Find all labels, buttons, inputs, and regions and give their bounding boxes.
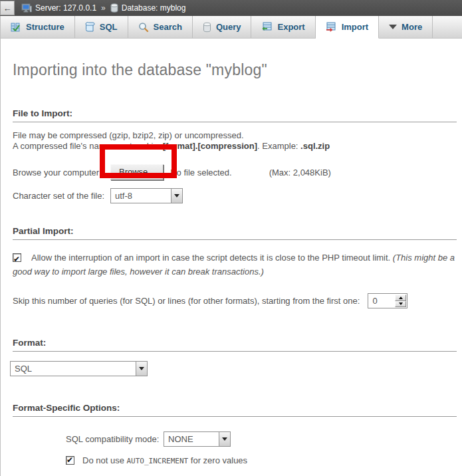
chevron-down-icon <box>222 437 227 441</box>
allow-interruption-checkbox[interactable] <box>13 253 21 262</box>
compression-note: File may be compressed (gzip, bzip2, zip… <box>13 130 458 152</box>
breadcrumb-database-link[interactable]: Database: myblog <box>122 3 186 13</box>
nav-panel-toggle-button[interactable]: ← <box>0 1 15 15</box>
sql-icon <box>85 22 95 33</box>
tab-label: Query <box>216 22 241 32</box>
chevron-down-icon <box>139 367 144 370</box>
tab-more[interactable]: More <box>379 16 433 38</box>
breadcrumb-separator: » <box>101 3 106 13</box>
tab-structure[interactable]: Structure <box>1 16 75 38</box>
tab-sql[interactable]: SQL <box>75 16 128 38</box>
charset-selected-value: utf-8 <box>111 189 171 203</box>
tab-label: Export <box>277 22 304 32</box>
search-icon <box>138 22 149 33</box>
dropdown-arrow-button[interactable] <box>136 362 147 376</box>
partial-import-heading: Partial Import: <box>13 226 457 240</box>
allow-interruption-row: Allow the interruption of an import in c… <box>13 251 457 279</box>
charset-select[interactable]: utf-8 <box>110 188 183 203</box>
skip-queries-value: 0 <box>368 294 386 308</box>
format-specific-options-body: SQL compatibility mode: NONE Do not use … <box>66 431 458 465</box>
export-icon <box>261 22 273 33</box>
database-icon <box>110 3 118 13</box>
chevron-down-icon <box>389 25 397 29</box>
breadcrumb: Server: 127.0.0.1 » Database: myblog <box>21 3 185 13</box>
main-panel: Structure SQL Search Query <box>0 16 462 476</box>
browse-button[interactable]: Browse... <box>110 164 164 180</box>
dropdown-arrow-button[interactable] <box>171 189 182 203</box>
no-file-selected-text: No file selected. <box>170 168 232 178</box>
tab-import[interactable]: Import <box>316 16 379 39</box>
format-selected-value: SQL <box>11 362 136 376</box>
tab-label: SQL <box>100 22 118 32</box>
compression-note-line2: A compressed file's name must end in .[f… <box>13 141 458 152</box>
file-to-import-heading: File to Import: <box>13 108 457 122</box>
tab-search[interactable]: Search <box>128 16 193 38</box>
format-heading: Format: <box>13 338 457 352</box>
dropdown-arrow-button[interactable] <box>219 432 230 446</box>
sql-compatibility-label: SQL compatibility mode: <box>66 434 164 444</box>
import-icon <box>326 22 337 33</box>
sql-compatibility-row: SQL compatibility mode: NONE <box>66 431 458 447</box>
spinner-up-button[interactable] <box>395 295 406 301</box>
sql-compatibility-select[interactable]: NONE <box>164 431 231 447</box>
skip-queries-label: Skip this number of queries (for SQL) or… <box>13 296 360 306</box>
server-icon <box>21 3 32 13</box>
auto-increment-row: Do not use AUTO_INCREMENT for zero value… <box>66 455 458 465</box>
tab-export[interactable]: Export <box>251 16 315 38</box>
sql-compatibility-value: NONE <box>164 432 219 446</box>
tab-label: More <box>402 22 422 32</box>
page-title: Importing into the database "myblog" <box>13 61 458 79</box>
chevron-down-icon <box>174 194 179 197</box>
max-upload-size: (Max: 2,048KiB) <box>269 168 331 178</box>
allow-interruption-label: Allow the interruption of an import in c… <box>31 253 393 263</box>
charset-row: Character set of the file: utf-8 <box>13 188 458 203</box>
structure-icon <box>11 22 21 33</box>
tab-label: Structure <box>26 22 64 32</box>
tab-bar: Structure SQL Search Query <box>1 16 462 39</box>
tab-label: Import <box>342 22 368 32</box>
tab-query[interactable]: Query <box>193 16 252 38</box>
auto-increment-label: Do not use AUTO_INCREMENT for zero value… <box>82 455 247 465</box>
import-page: Importing into the database "myblog" Fil… <box>1 61 462 476</box>
breadcrumb-bar: ← Server: 127.0.0.1 » Database: myblog <box>0 0 462 16</box>
skip-queries-spinner[interactable]: 0 <box>368 293 407 308</box>
skip-queries-row: Skip this number of queries (for SQL) or… <box>13 293 458 308</box>
tab-label: Search <box>154 22 182 32</box>
query-icon <box>203 22 211 33</box>
compression-note-line1: File may be compressed (gzip, bzip2, zip… <box>13 130 458 141</box>
spinner-down-button[interactable] <box>395 301 406 308</box>
format-specific-options-heading: Format-Specific Options: <box>13 403 457 417</box>
browse-row: Browse your computer: Browse... No file … <box>13 164 458 180</box>
spinner-buttons <box>395 295 406 307</box>
charset-label: Character set of the file: <box>13 191 110 201</box>
format-select[interactable]: SQL <box>10 361 148 376</box>
auto-increment-checkbox[interactable] <box>66 456 74 465</box>
breadcrumb-server-link[interactable]: Server: 127.0.0.1 <box>35 3 96 13</box>
browse-label: Browse your computer: <box>13 168 110 178</box>
